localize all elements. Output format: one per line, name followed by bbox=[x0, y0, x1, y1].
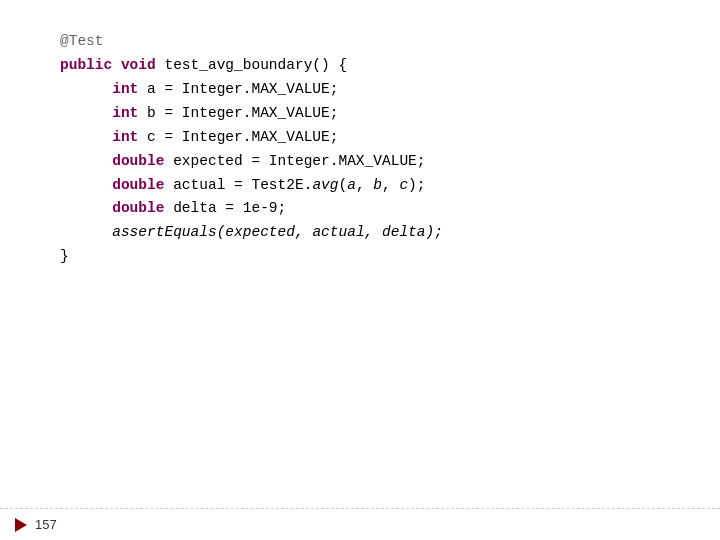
line-assert: assertEquals(expected, actual, delta); bbox=[60, 221, 660, 245]
method-decl-line: public void test_avg_boundary() { bbox=[60, 54, 660, 78]
line-actual: double actual = Test2E.avg(a, b, c); bbox=[60, 174, 660, 198]
code-area: @Test public void test_avg_boundary() { … bbox=[0, 0, 720, 508]
line-c: int c = Integer.MAX_VALUE; bbox=[60, 126, 660, 150]
annotation-text: @Test bbox=[60, 33, 104, 49]
code-block: @Test public void test_avg_boundary() { … bbox=[60, 30, 660, 269]
keyword-double-actual: double bbox=[112, 177, 164, 193]
keyword-int-c: int bbox=[112, 129, 138, 145]
method-name: test_avg_boundary() { bbox=[164, 57, 347, 73]
keyword-void: void bbox=[121, 57, 156, 73]
keyword-double-delta: double bbox=[112, 200, 164, 216]
param-b: b bbox=[373, 177, 382, 193]
keyword-int-b: int bbox=[112, 105, 138, 121]
slide-container: @Test public void test_avg_boundary() { … bbox=[0, 0, 720, 540]
keyword-public: public bbox=[60, 57, 112, 73]
keyword-int-a: int bbox=[112, 81, 138, 97]
line-expected: double expected = Integer.MAX_VALUE; bbox=[60, 150, 660, 174]
slide-number: 157 bbox=[35, 517, 57, 532]
param-a: a bbox=[347, 177, 356, 193]
play-icon[interactable] bbox=[15, 518, 27, 532]
closing-brace-line: } bbox=[60, 245, 660, 269]
annotation-line: @Test bbox=[60, 30, 660, 54]
line-delta: double delta = 1e-9; bbox=[60, 197, 660, 221]
assert-equals: assertEquals(expected, actual, delta); bbox=[112, 224, 443, 240]
bottom-bar: 157 bbox=[0, 508, 720, 540]
line-a: int a = Integer.MAX_VALUE; bbox=[60, 78, 660, 102]
param-c: c bbox=[399, 177, 408, 193]
method-avg: avg bbox=[312, 177, 338, 193]
line-b: int b = Integer.MAX_VALUE; bbox=[60, 102, 660, 126]
keyword-double-expected: double bbox=[112, 153, 164, 169]
